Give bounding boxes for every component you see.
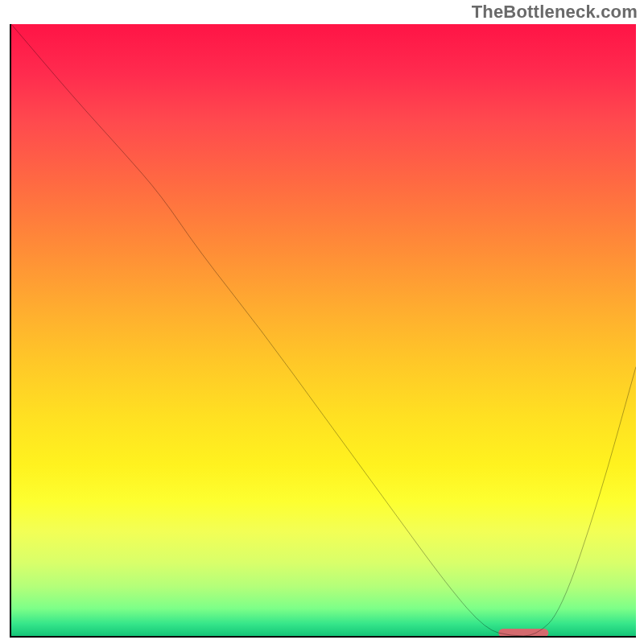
minimum-marker bbox=[498, 629, 548, 636]
plot-area bbox=[10, 24, 636, 638]
chart-svg bbox=[11, 24, 636, 636]
bottleneck-curve bbox=[11, 24, 636, 636]
watermark-text: TheBottleneck.com bbox=[472, 2, 638, 23]
chart-container: TheBottleneck.com bbox=[0, 0, 644, 644]
